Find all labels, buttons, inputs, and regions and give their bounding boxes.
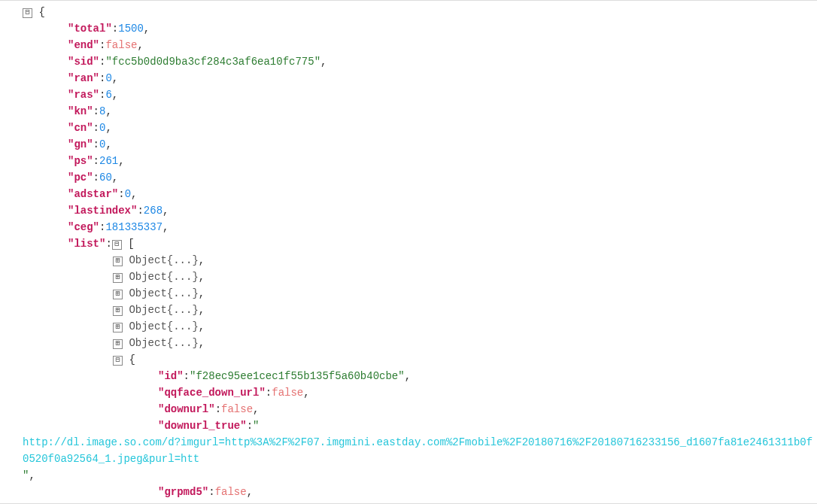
downurl-true-tail: ", [0,467,817,484]
root-open: ⊟ { [0,4,817,20]
value-downurl: false [221,403,253,415]
value-total: 1500 [118,23,144,35]
collapsed-object-label: Object{...} [123,337,199,349]
collapsed-object-label: Object{...} [123,254,199,266]
collapsed-object-label: Object{...} [123,304,199,316]
prop-downurl-true-key: "downurl_true":" [0,417,817,434]
prop-grpmd5: "grpmd5":false, [0,484,817,500]
prop-total: "total":1500, [0,20,817,37]
prop-downurl: "downurl":false, [0,401,817,417]
list-item-collapsed: ⊞ Object{...}, [0,285,817,302]
expand-icon[interactable]: ⊞ [113,290,123,299]
value-ran: 0 [105,72,111,84]
list-item-open: ⊟ { [0,351,817,368]
value-downurl-true: http://dl.image.so.com/d?imgurl=http%3A%… [0,434,817,467]
value-qqface-down-url: false [272,387,303,399]
expand-icon[interactable]: ⊞ [113,257,123,266]
value-ceg: 181335337 [105,221,162,233]
prop-sid: "sid":"fcc5b0d0d9ba3cf284c3af6ea10fc775"… [0,53,817,70]
value-pc: 60 [99,172,112,184]
collapse-icon[interactable]: ⊟ [23,8,32,18]
value-ras: 6 [105,89,111,101]
prop-cn: "cn":0, [0,120,817,136]
prop-ras: "ras":6, [0,87,817,103]
collapsed-object-label: Object{...} [123,320,199,332]
list-item-collapsed: ⊞ Object{...}, [0,335,817,351]
prop-adstar: "adstar":0, [0,186,817,202]
prop-ceg: "ceg":181335337, [0,219,817,235]
prop-ran: "ran":0, [0,70,817,87]
collapse-icon[interactable]: ⊟ [112,240,122,250]
prop-pc: "pc":60, [0,169,817,186]
value-id: f28ec95ee1cec1f55b135f5a60b40cbe [196,370,398,382]
json-viewer: ⊟ { "total":1500, "end":false, "sid":"fc… [0,0,817,504]
prop-kn: "kn":8, [0,103,817,120]
list-item-collapsed: ⊞ Object{...}, [0,269,817,285]
list-item-collapsed: ⊞ Object{...}, [0,252,817,269]
prop-end: "end":false, [0,37,817,53]
collapsed-object-label: Object{...} [123,271,199,283]
value-adstar: 0 [125,188,131,200]
value-end: false [105,39,137,51]
value-ps: 261 [99,155,118,167]
value-sid: fcc5b0d0d9ba3cf284c3af6ea10fc775 [112,56,314,68]
list-item-collapsed: ⊞ Object{...}, [0,302,817,318]
prop-ps: "ps":261, [0,153,817,169]
value-lastindex: 268 [144,205,162,217]
expand-icon[interactable]: ⊞ [113,339,123,349]
prop-list: "list":⊟ [ [0,235,817,252]
prop-qqface-down-url: "qqface_down_url":false, [0,384,817,401]
prop-id: "id":"f28ec95ee1cec1f55b135f5a60b40cbe", [0,368,817,384]
collapse-icon[interactable]: ⊟ [113,356,123,366]
prop-gn: "gn":0, [0,136,817,153]
expand-icon[interactable]: ⊞ [113,306,123,316]
expand-icon[interactable]: ⊞ [113,273,123,283]
list-item-collapsed: ⊞ Object{...}, [0,318,817,335]
expand-icon[interactable]: ⊞ [113,323,123,332]
prop-lastindex: "lastindex":268, [0,202,817,219]
collapsed-object-label: Object{...} [123,287,199,299]
value-grpmd5: false [215,486,247,498]
